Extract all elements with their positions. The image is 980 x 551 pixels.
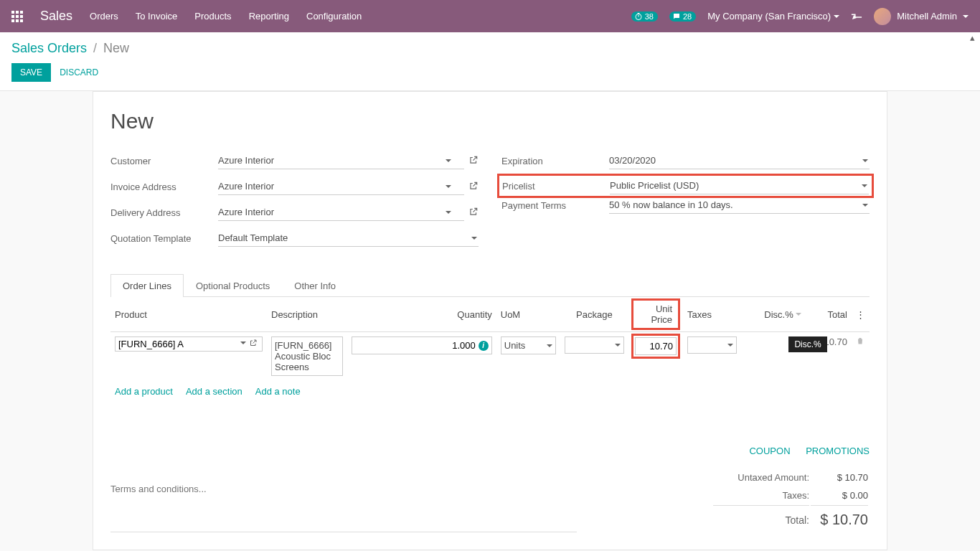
chevron-down-icon <box>547 344 552 347</box>
tab-other-info[interactable]: Other Info <box>282 274 348 297</box>
tab-order-lines[interactable]: Order Lines <box>110 274 184 297</box>
nav-menu: Orders To Invoice Products Reporting Con… <box>90 11 362 22</box>
scroll-up-icon[interactable]: ▴ <box>970 32 980 42</box>
delivery-address-field[interactable] <box>218 204 464 221</box>
product-field[interactable] <box>115 336 263 352</box>
taxes-label: Taxes: <box>713 487 809 504</box>
nav-products[interactable]: Products <box>194 11 231 22</box>
quotation-template-field[interactable] <box>218 230 479 247</box>
save-button[interactable]: Save <box>11 63 51 82</box>
tabs: Order Lines Optional Products Other Info <box>110 274 870 297</box>
payment-terms-field[interactable] <box>609 197 870 214</box>
unit-price-field[interactable] <box>635 337 677 355</box>
total-value: $ 10.70 <box>811 505 868 531</box>
nav-orders[interactable]: Orders <box>90 11 118 22</box>
uom-field[interactable]: Units <box>501 336 556 354</box>
taxes-field[interactable] <box>687 336 737 354</box>
description-field[interactable]: [FURN_6666] Acoustic Bloc Screens <box>271 336 343 376</box>
app-brand[interactable]: Sales <box>40 9 72 24</box>
chevron-down-icon <box>963 15 969 18</box>
table-row: [FURN_6666] Acoustic Bloc Screens i Unit… <box>110 332 870 381</box>
breadcrumb-current: New <box>103 41 129 55</box>
nav-configuration[interactable]: Configuration <box>306 11 362 22</box>
pricelist-row-highlight: Pricelist <box>497 174 874 198</box>
control-panel: Sales Orders / New Save Discard <box>0 32 980 91</box>
tooltip-disc: Disc.% <box>788 336 826 352</box>
breadcrumb-root[interactable]: Sales Orders <box>11 41 87 55</box>
user-menu[interactable]: Mitchell Admin <box>874 8 969 25</box>
col-quantity: Quantity <box>347 297 496 332</box>
invoice-address-label: Invoice Address <box>110 182 218 192</box>
payment-terms-label: Payment Terms <box>501 200 609 211</box>
untaxed-value: $ 10.70 <box>811 469 868 486</box>
customer-label: Customer <box>110 156 218 166</box>
external-link-icon[interactable] <box>468 207 479 219</box>
chevron-down-icon <box>240 342 246 344</box>
col-uom: UoM <box>496 297 560 332</box>
expiration-field[interactable] <box>609 152 870 169</box>
chevron-down-icon <box>727 344 733 347</box>
add-section-link[interactable]: Add a section <box>186 386 242 397</box>
quotation-template-label: Quotation Template <box>110 233 218 244</box>
col-package: Package <box>560 297 628 332</box>
line-actions: Add a product Add a section Add a note <box>110 380 870 402</box>
nav-to-invoice[interactable]: To Invoice <box>136 11 178 22</box>
top-navbar: Sales Orders To Invoice Products Reporti… <box>0 0 980 32</box>
nav-reporting[interactable]: Reporting <box>249 11 289 22</box>
add-product-link[interactable]: Add a product <box>115 386 173 397</box>
discard-button[interactable]: Discard <box>60 67 98 77</box>
order-lines-table: Product Description Quantity UoM Package… <box>110 297 870 380</box>
pricelist-label: Pricelist <box>502 181 610 192</box>
col-disc[interactable]: Disc.% <box>741 297 805 332</box>
external-link-icon[interactable] <box>468 155 479 167</box>
discount-field[interactable]: Disc.% <box>741 332 805 381</box>
debug-icon[interactable] <box>851 9 862 23</box>
external-link-icon[interactable] <box>249 339 258 349</box>
col-total: Total <box>806 297 852 332</box>
kebab-icon[interactable]: ⋮ <box>852 297 870 332</box>
timer-badge[interactable]: 38 <box>631 11 658 22</box>
pricelist-field[interactable] <box>610 177 869 194</box>
page-title: New <box>110 109 870 133</box>
chevron-down-icon <box>615 344 621 347</box>
total-label: Total: <box>713 505 809 531</box>
col-description: Description <box>267 297 347 332</box>
col-taxes: Taxes <box>683 297 741 332</box>
external-link-icon[interactable] <box>468 181 479 193</box>
tab-optional-products[interactable]: Optional Products <box>184 274 282 297</box>
delete-icon[interactable] <box>852 332 870 381</box>
chevron-down-icon <box>834 15 839 18</box>
col-unit-price: Unit Price <box>651 303 672 325</box>
quantity-field[interactable]: i <box>352 336 492 354</box>
avatar <box>874 8 891 25</box>
package-field[interactable] <box>565 336 623 354</box>
chat-badge[interactable]: 28 <box>669 11 696 22</box>
promotions-link[interactable]: PROMOTIONS <box>806 446 870 456</box>
invoice-address-field[interactable] <box>218 178 464 195</box>
col-product: Product <box>110 297 267 332</box>
company-selector[interactable]: My Company (San Francisco) <box>707 11 839 22</box>
customer-field[interactable] <box>218 152 464 169</box>
info-icon[interactable]: i <box>479 341 489 351</box>
add-note-link[interactable]: Add a note <box>255 386 301 397</box>
terms-input[interactable] <box>110 446 577 532</box>
sort-icon <box>796 313 801 316</box>
totals: Untaxed Amount:$ 10.70 Taxes:$ 0.00 Tota… <box>712 468 870 532</box>
expiration-label: Expiration <box>501 156 609 166</box>
breadcrumb: Sales Orders / New <box>11 41 969 56</box>
coupon-link[interactable]: COUPON <box>749 446 790 456</box>
delivery-address-label: Delivery Address <box>110 207 218 218</box>
apps-icon[interactable] <box>11 11 23 22</box>
untaxed-label: Untaxed Amount: <box>713 469 809 486</box>
taxes-value: $ 0.00 <box>811 487 868 504</box>
form-sheet: New Customer Invoice Address <box>93 91 887 550</box>
